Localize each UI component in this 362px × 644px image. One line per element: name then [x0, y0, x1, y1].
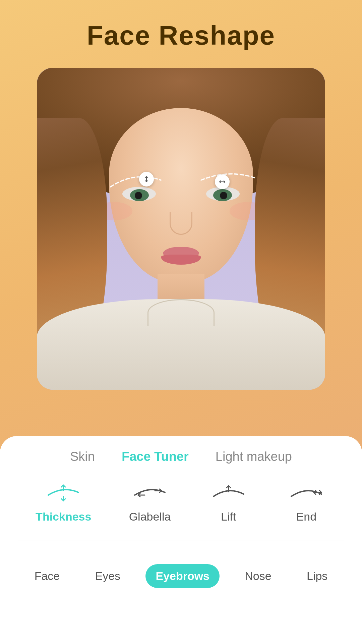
- nav-face[interactable]: Face: [24, 564, 70, 588]
- photo-container: [37, 68, 325, 390]
- lift-icon: [208, 481, 249, 504]
- divider: [18, 540, 344, 540]
- thickness-icon: [43, 481, 83, 504]
- tab-light-makeup[interactable]: Light makeup: [216, 449, 292, 464]
- bottom-nav: Face Eyes Eyebrows Nose Lips: [0, 554, 362, 588]
- glabella-label: Glabella: [129, 510, 171, 523]
- drag-handle-right[interactable]: [215, 174, 230, 189]
- end-icon: [286, 481, 326, 504]
- portrait-image: [37, 68, 325, 390]
- tool-glabella[interactable]: Glabella: [129, 481, 171, 523]
- nav-lips[interactable]: Lips: [297, 564, 338, 588]
- tool-end[interactable]: End: [286, 481, 326, 523]
- page-title: Face Reshape: [0, 0, 362, 51]
- nav-eyes[interactable]: Eyes: [85, 564, 131, 588]
- tool-thickness[interactable]: Thickness: [36, 481, 91, 523]
- nav-eyebrows[interactable]: Eyebrows: [145, 564, 220, 588]
- tool-options: Thickness Glabella: [0, 481, 362, 523]
- bottom-panel: Skin Face Tuner Light makeup Thickness: [0, 436, 362, 644]
- thickness-label: Thickness: [36, 510, 91, 523]
- drag-handle-left[interactable]: [139, 172, 154, 186]
- category-tabs: Skin Face Tuner Light makeup: [0, 449, 362, 464]
- tab-skin[interactable]: Skin: [70, 449, 95, 464]
- tab-face-tuner[interactable]: Face Tuner: [122, 449, 189, 464]
- tool-lift[interactable]: Lift: [208, 481, 249, 523]
- lift-label: Lift: [221, 510, 236, 523]
- glabella-icon: [130, 481, 170, 504]
- nav-nose[interactable]: Nose: [235, 564, 281, 588]
- end-label: End: [296, 510, 317, 523]
